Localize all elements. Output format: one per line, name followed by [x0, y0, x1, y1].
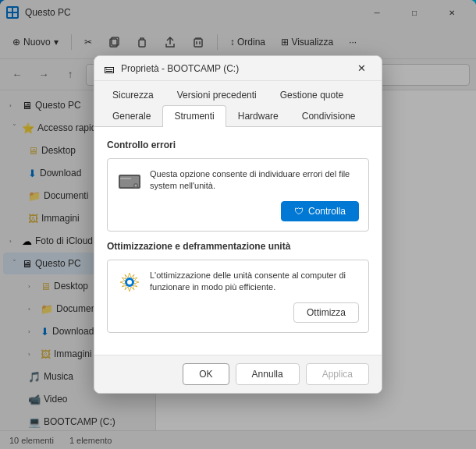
ottimizza-button[interactable]: Ottimizza	[293, 302, 359, 323]
error-check-header: Questa opzione consente di individuare e…	[117, 168, 359, 193]
modal-overlay: 🖴 Proprietà - BOOTCAMP (C:) ✕ Sicurezza …	[0, 0, 476, 449]
tab-generale[interactable]: Generale	[101, 105, 162, 126]
optimize-desc: L'ottimizzazione delle unità consente al…	[150, 270, 359, 294]
dialog-title: Proprietà - BOOTCAMP (C:)	[121, 63, 344, 74]
tab-generale-label: Generale	[112, 111, 151, 122]
tab-gestione[interactable]: Gestione quote	[268, 84, 355, 105]
tab-strumenti-label: Strumenti	[174, 111, 214, 122]
svg-rect-15	[120, 178, 131, 179]
optimize-icon	[117, 270, 142, 295]
ok-button[interactable]: OK	[183, 363, 229, 385]
optimize-section: L'ottimizzazione delle unità consente al…	[107, 260, 369, 333]
properties-dialog: 🖴 Proprietà - BOOTCAMP (C:) ✕ Sicurezza …	[94, 55, 382, 394]
dialog-close-button[interactable]: ✕	[350, 58, 372, 80]
dialog-icon: 🖴	[104, 62, 115, 75]
tab-strumenti[interactable]: Strumenti	[162, 105, 226, 127]
error-check-icon	[117, 168, 142, 193]
tab-bar: Sicurezza Versioni precedenti Gestione q…	[94, 81, 382, 127]
tab-condivisione[interactable]: Condivisione	[290, 105, 368, 126]
dialog-content: Controllo errori Questa opzione consente	[94, 127, 382, 355]
check-icon: 🛡	[294, 206, 304, 217]
tab-hardware-label: Hardware	[238, 111, 279, 122]
cancel-button[interactable]: Annulla	[236, 363, 300, 385]
optimize-header: L'ottimizzazione delle unità consente al…	[117, 270, 359, 295]
apply-button[interactable]: Applica	[306, 363, 369, 385]
tab-hardware[interactable]: Hardware	[226, 105, 290, 126]
svg-point-14	[135, 185, 137, 187]
dialog-footer: OK Annulla Applica	[94, 355, 382, 393]
tab-condivisione-label: Condivisione	[302, 111, 356, 122]
tab-sicurezza[interactable]: Sicurezza	[101, 84, 165, 105]
controlla-label: Controlla	[308, 206, 346, 217]
controlla-button[interactable]: 🛡 Controlla	[281, 201, 359, 221]
svg-point-17	[127, 280, 132, 285]
optimize-title: Ottimizzazione e deframmentazione unità	[107, 241, 369, 252]
dialog-title-bar: 🖴 Proprietà - BOOTCAMP (C:) ✕	[94, 56, 382, 81]
tab-sicurezza-label: Sicurezza	[112, 90, 154, 101]
tab-versioni[interactable]: Versioni precedenti	[165, 84, 268, 105]
error-check-section: Questa opzione consente di individuare e…	[107, 158, 369, 232]
error-check-action: 🛡 Controlla	[117, 201, 359, 221]
tab-gestione-label: Gestione quote	[280, 90, 343, 101]
error-check-title: Controllo errori	[107, 140, 369, 150]
tab-versioni-label: Versioni precedenti	[177, 90, 257, 101]
error-check-desc: Questa opzione consente di individuare e…	[150, 168, 359, 193]
optimize-action: Ottimizza	[117, 302, 359, 323]
